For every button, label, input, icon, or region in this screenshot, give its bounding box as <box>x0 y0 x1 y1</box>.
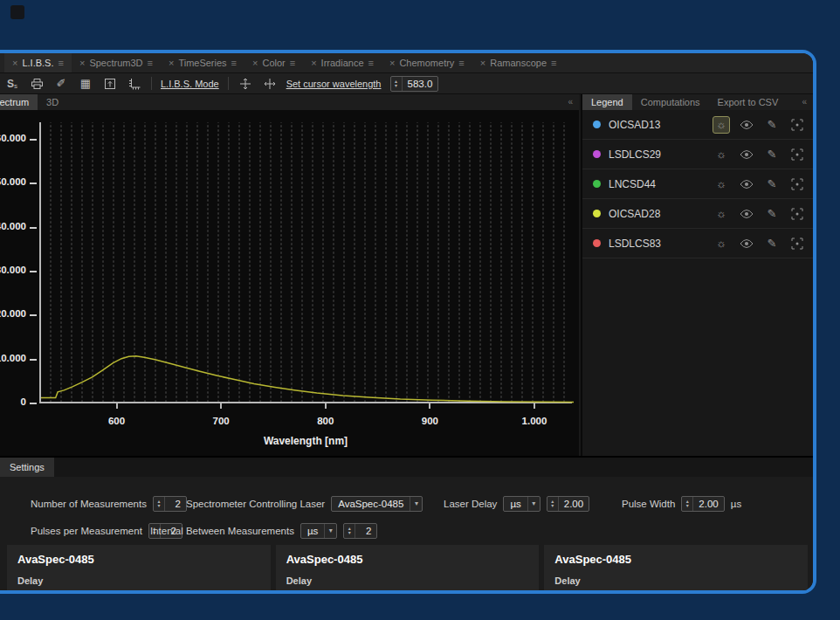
visibility-button[interactable] <box>738 146 755 163</box>
pan-button[interactable] <box>788 176 806 193</box>
spin-down-icon[interactable]: ▾ <box>395 84 397 88</box>
tab-3d-view[interactable]: 3D <box>38 94 67 110</box>
set-cursor-wavelength-button[interactable]: Set cursor wavelength <box>286 79 382 89</box>
edit-button[interactable]: ✎ <box>763 205 781 223</box>
cursor-wavelength-stepper[interactable]: ▴ ▾ 583.0 <box>390 76 439 92</box>
tab-export-to-csv[interactable]: Export to CSV <box>709 94 788 110</box>
device-card[interactable]: AvaSpec-0485 Delay <box>7 545 271 594</box>
device-card[interactable]: AvaSpec-0485 Delay <box>276 545 540 594</box>
edit-button[interactable]: ✎ <box>763 116 781 134</box>
series-color-dot <box>593 239 601 247</box>
legend-item[interactable]: OICSAD13 ☼ ✎ <box>582 110 813 140</box>
close-icon[interactable]: × <box>12 58 17 68</box>
spectrometer-select[interactable]: AvaSpec-0485 ▾ <box>331 496 423 512</box>
legend-item[interactable]: OICSAD28 ☼ ✎ <box>582 199 813 229</box>
close-icon[interactable]: × <box>311 58 316 68</box>
spin-down-icon[interactable]: ▾ <box>348 531 351 535</box>
interval-value[interactable]: 2 <box>355 524 376 538</box>
spin-down-icon[interactable]: ▾ <box>157 504 160 508</box>
tab-spectrum-view[interactable]: Spectrum <box>0 94 38 110</box>
print-button[interactable] <box>29 76 45 92</box>
pan-button[interactable] <box>788 205 806 223</box>
brightness-button[interactable]: ☼ <box>713 235 730 252</box>
tab-color[interactable]: × Color ≡ <box>244 53 303 72</box>
brightness-button[interactable]: ☼ <box>713 205 730 223</box>
menu-icon[interactable]: ≡ <box>59 58 64 68</box>
menu-icon[interactable]: ≡ <box>551 58 556 68</box>
x-axis-title: Wavelength [nm] <box>39 435 572 447</box>
spin-down-icon[interactable]: ▾ <box>551 504 554 508</box>
tab-chemometry[interactable]: × Chemometry ≡ <box>382 53 472 72</box>
spectrum-plot[interactable] <box>39 122 572 403</box>
visibility-button[interactable] <box>738 116 755 134</box>
close-icon[interactable]: × <box>389 58 395 68</box>
stepper-arrows-icon[interactable]: ▴▾ <box>344 524 355 538</box>
xtick-label: 1.000 <box>508 416 561 426</box>
legend-item[interactable]: LNCSD44 ☼ ✎ <box>582 169 813 199</box>
laser-delay-stepper[interactable]: ▴▾ 2.00 <box>547 496 589 512</box>
tab-timeseries[interactable]: × TimeSeries ≡ <box>161 53 244 72</box>
close-icon[interactable]: × <box>252 58 258 68</box>
pan-button[interactable] <box>788 146 806 163</box>
annotate-button[interactable]: ✐ <box>53 76 69 92</box>
cursor-horizontal-button[interactable] <box>262 76 278 92</box>
chevron-down-icon[interactable]: ▾ <box>410 497 422 511</box>
tab-settings[interactable]: Settings <box>0 458 54 477</box>
tab-ramanscope[interactable]: × Ramanscope ≡ <box>472 53 565 72</box>
pulse-width-stepper[interactable]: ▴▾ 2.00 <box>681 496 724 512</box>
libs-mode-button[interactable]: L.I.B.S. Mode <box>161 79 219 89</box>
stepper-arrows-icon[interactable]: ▴ ▾ <box>391 77 403 91</box>
interval-unit[interactable]: µs <box>301 524 324 538</box>
pan-button[interactable] <box>788 235 806 252</box>
menu-icon[interactable]: ≡ <box>458 58 464 68</box>
menu-icon[interactable]: ≡ <box>148 58 153 68</box>
close-icon[interactable]: × <box>480 58 485 68</box>
close-icon[interactable]: × <box>169 58 174 68</box>
grid-button[interactable]: ▦ <box>78 76 93 92</box>
chevron-down-icon[interactable]: ▾ <box>527 497 540 511</box>
visibility-button[interactable] <box>738 205 755 223</box>
menu-icon[interactable]: ≡ <box>368 58 374 68</box>
pulse-width-value[interactable]: 2.00 <box>693 497 723 511</box>
collapse-icon[interactable]: « <box>795 94 813 110</box>
number-of-measurements-value[interactable]: 2 <box>165 497 186 511</box>
save-spectrum-button[interactable]: Ss <box>4 76 20 92</box>
spin-down-icon[interactable]: ▾ <box>686 504 689 508</box>
legend-item[interactable]: LSDLCS29 ☼ ✎ <box>582 140 813 169</box>
laser-delay-unit[interactable]: µs <box>504 497 527 511</box>
brightness-button[interactable]: ☼ <box>713 116 730 134</box>
tab-irradiance[interactable]: × Irradiance ≡ <box>303 53 382 72</box>
collapse-icon[interactable]: « <box>561 94 579 110</box>
cursor-vertical-button[interactable] <box>238 76 253 92</box>
brightness-button[interactable]: ☼ <box>713 176 730 193</box>
laser-delay-unit-select[interactable]: µs ▾ <box>503 496 540 512</box>
close-icon[interactable]: × <box>79 58 85 68</box>
menu-icon[interactable]: ≡ <box>231 58 237 68</box>
menu-icon[interactable]: ≡ <box>290 58 295 68</box>
stepper-arrows-icon[interactable]: ▴▾ <box>547 497 559 511</box>
tab-spectrum3d[interactable]: × Spectrum3D ≡ <box>72 53 161 72</box>
tab-libs[interactable]: × L.I.B.S. ≡ <box>4 53 72 72</box>
visibility-button[interactable] <box>738 176 755 193</box>
laser-delay-value[interactable]: 2.00 <box>559 497 589 511</box>
edit-button[interactable]: ✎ <box>763 235 781 252</box>
stepper-arrows-icon[interactable]: ▴▾ <box>682 497 693 511</box>
edit-button[interactable]: ✎ <box>763 146 781 163</box>
interval-unit-select[interactable]: µs ▾ <box>300 523 337 539</box>
pan-button[interactable] <box>788 116 806 134</box>
chevron-down-icon[interactable]: ▾ <box>324 524 336 538</box>
interval-stepper[interactable]: ▴▾ 2 <box>343 523 377 539</box>
number-of-measurements-stepper[interactable]: ▴▾ 2 <box>153 496 187 512</box>
legend-item[interactable]: LSDLCS83 ☼ ✎ <box>582 229 813 258</box>
spectrometer-value[interactable]: AvaSpec-0485 <box>332 497 410 511</box>
visibility-button[interactable] <box>738 235 755 252</box>
device-card[interactable]: AvaSpec-0485 Delay <box>544 545 808 594</box>
cursor-wavelength-value[interactable]: 583.0 <box>403 77 438 91</box>
export-image-button[interactable] <box>102 76 118 92</box>
tab-legend[interactable]: Legend <box>582 94 632 110</box>
brightness-button[interactable]: ☼ <box>713 146 730 163</box>
stepper-arrows-icon[interactable]: ▴▾ <box>154 497 165 511</box>
edit-button[interactable]: ✎ <box>763 176 781 193</box>
tab-computations[interactable]: Computations <box>632 94 709 110</box>
axes-button[interactable] <box>127 76 142 92</box>
